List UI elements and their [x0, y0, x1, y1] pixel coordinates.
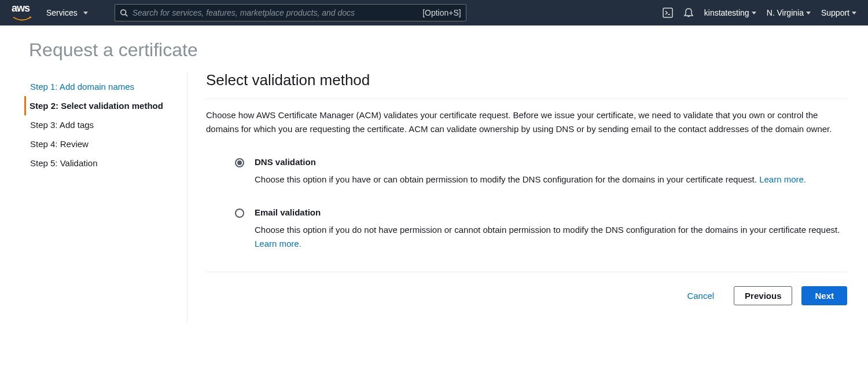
- option-email: Email validation Choose this option if y…: [235, 207, 847, 251]
- radio-email[interactable]: [235, 209, 244, 218]
- support-menu[interactable]: Support: [821, 8, 856, 17]
- cloudshell-icon[interactable]: [663, 8, 673, 18]
- page-title-wrap: Request a certificate: [0, 25, 868, 71]
- section-title: Select validation method: [206, 71, 847, 89]
- region-menu[interactable]: N. Virginia: [767, 8, 811, 17]
- aws-logo[interactable]: aws: [12, 2, 32, 24]
- step-4[interactable]: Step 4: Review: [28, 134, 179, 154]
- radio-dns[interactable]: [235, 158, 244, 167]
- previous-button[interactable]: Previous: [734, 286, 792, 305]
- divider: [206, 98, 847, 99]
- learn-more-link[interactable]: Learn more.: [759, 174, 806, 184]
- caret-down-icon: [806, 12, 811, 14]
- search-icon: [120, 9, 128, 17]
- layout: Step 1: Add domain names Step 2: Select …: [0, 71, 868, 323]
- step-5[interactable]: Step 5: Validation: [28, 154, 179, 173]
- global-header: aws Services [Option+S] kinstatesting N.…: [0, 0, 868, 25]
- services-label: Services: [46, 8, 78, 17]
- option-dns-title: DNS validation: [255, 157, 847, 167]
- services-menu[interactable]: Services: [46, 8, 91, 17]
- caret-down-icon: [752, 12, 756, 14]
- region-label: N. Virginia: [767, 8, 804, 17]
- option-email-desc: Choose this option if you do not have pe…: [255, 223, 847, 251]
- footer-actions: Cancel Previous Next: [206, 286, 847, 323]
- page-title: Request a certificate: [29, 39, 839, 61]
- search-shortcut: [Option+S]: [422, 8, 461, 17]
- next-button[interactable]: Next: [801, 286, 847, 305]
- search-box[interactable]: [Option+S]: [115, 4, 466, 21]
- option-email-title: Email validation: [255, 207, 847, 217]
- footer-divider: [206, 272, 847, 272]
- cancel-button[interactable]: Cancel: [676, 287, 724, 305]
- validation-options: DNS validation Choose this option if you…: [206, 157, 847, 251]
- step-1[interactable]: Step 1: Add domain names: [28, 77, 179, 96]
- support-label: Support: [821, 8, 849, 17]
- aws-swoosh-icon: [12, 16, 32, 22]
- option-dns: DNS validation Choose this option if you…: [235, 157, 847, 187]
- account-menu[interactable]: kinstatesting: [704, 8, 756, 17]
- svg-line-1: [125, 14, 127, 17]
- step-3[interactable]: Step 3: Add tags: [28, 115, 179, 134]
- header-right: kinstatesting N. Virginia Support: [663, 8, 856, 18]
- bell-icon[interactable]: [683, 8, 694, 18]
- caret-down-icon: [83, 12, 88, 14]
- option-dns-desc: Choose this option if you have or can ob…: [255, 173, 847, 187]
- main-content: Select validation method Choose how AWS …: [187, 71, 847, 323]
- search-input[interactable]: [133, 8, 418, 17]
- svg-point-0: [120, 10, 126, 15]
- learn-more-link[interactable]: Learn more.: [255, 239, 301, 249]
- wizard-steps: Step 1: Add domain names Step 2: Select …: [20, 71, 187, 323]
- section-description: Choose how AWS Certificate Manager (ACM)…: [206, 108, 847, 136]
- account-label: kinstatesting: [704, 8, 749, 17]
- step-2[interactable]: Step 2: Select validation method: [24, 96, 179, 115]
- caret-down-icon: [852, 12, 856, 14]
